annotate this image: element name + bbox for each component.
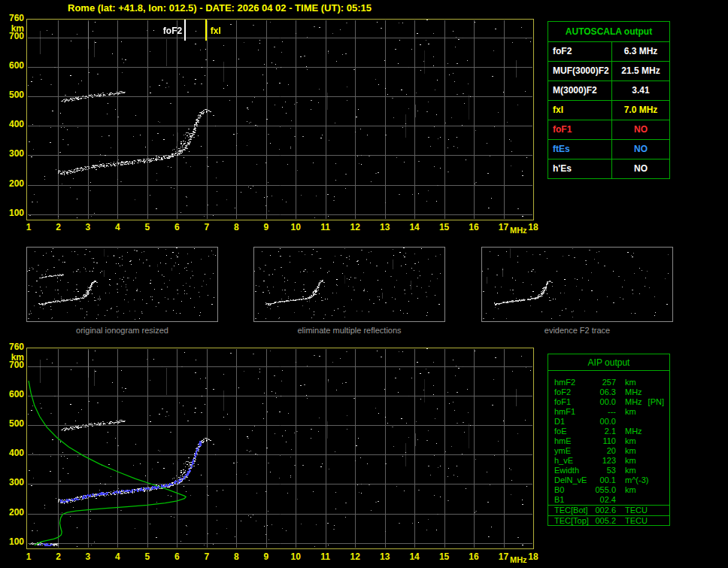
aip-param-name: Ewidth xyxy=(554,466,593,475)
x-axis-unit-label: MHz xyxy=(510,226,527,235)
aip-param-value: 055.0 xyxy=(593,485,616,495)
x-axis-tick-label: 17 xyxy=(499,223,508,232)
autoscala-param-label: foF1 xyxy=(548,120,611,139)
x-axis-tick-label: 6 xyxy=(174,223,180,232)
aip-param-name: hmF2 xyxy=(554,378,593,387)
autoscala-param-label: h'Es xyxy=(548,159,611,178)
aip-tec-value: 005.2 xyxy=(593,516,616,525)
y-axis-tick-label: 400 xyxy=(2,120,24,129)
y-axis-tick-label: 760 xyxy=(2,14,24,23)
aip-row-ymE: ymE20km xyxy=(548,446,669,456)
y-axis-tick-label: 600 xyxy=(2,61,24,71)
x-axis-tick-label: 13 xyxy=(380,552,390,562)
autoscala-param-label: ftEs xyxy=(548,140,611,159)
autoscala-output-table: AUTOSCALA output foF26.3 MHzMUF(3000)F22… xyxy=(548,21,670,179)
autoscala-row-h'Es: h'EsNO xyxy=(548,159,669,178)
x-axis-tick-label: 10 xyxy=(291,552,301,562)
x-axis-tick-label: 9 xyxy=(263,552,268,562)
aip-row-foF2: foF206.3MHz xyxy=(548,387,669,397)
x-axis-tick-label: 15 xyxy=(439,552,449,562)
y-axis-tick-label: 500 xyxy=(2,419,24,429)
x-axis-tick-label: 1 xyxy=(26,223,32,232)
x-axis-tick-label: 10 xyxy=(291,223,301,232)
x-axis-tick-label: 18 xyxy=(528,223,538,232)
aip-tec-unit: TECU xyxy=(616,516,648,525)
aip-param-name: h_vE xyxy=(554,456,593,466)
aip-tec-rows: TEC[Bot]002.6TECUTEC[Top]005.2TECU xyxy=(548,506,669,525)
aip-row-DelN_vE: DelN_vE00.1m^(-3) xyxy=(548,475,669,485)
y-axis-tick-label: 600 xyxy=(2,390,24,399)
autoscala-param-label: foF2 xyxy=(548,42,611,61)
aip-tec-name: TEC[Bot] xyxy=(554,506,593,515)
autoscala-table-title: AUTOSCALA output xyxy=(548,22,669,41)
aip-param-name: hmF1 xyxy=(554,407,593,417)
autoscala-row-fxI: fxI7.0 MHz xyxy=(548,100,669,120)
aip-row-h_vE: h_vE123km xyxy=(548,456,669,466)
aip-tec-row-TEC[Top]: TEC[Top]005.2TECU xyxy=(548,515,669,525)
aip-param-unit: km xyxy=(616,407,636,417)
aip-param-value: 00.0 xyxy=(593,417,616,427)
thumbnail-eliminate-multiples xyxy=(253,247,445,322)
autoscala-param-value: 21.5 MHz xyxy=(611,62,669,80)
y-axis-tick-label: 500 xyxy=(2,90,24,100)
aip-table-title: AIP output xyxy=(548,354,669,371)
aip-param-value: 00.0 xyxy=(593,397,616,407)
aip-param-name: ymE xyxy=(554,446,593,456)
aip-param-unit: km xyxy=(616,436,636,446)
ionogram-plot-bottom xyxy=(26,348,534,549)
aip-param-unit: m^(-3) xyxy=(616,475,648,485)
x-axis-tick-label: 12 xyxy=(350,552,359,562)
autoscala-param-value: 7.0 MHz xyxy=(611,101,669,120)
aip-row-hmF2: hmF2257km xyxy=(548,378,669,387)
autoscala-param-value: NO xyxy=(611,140,669,159)
station-date-header: Rome (lat: +41.8, lon: 012.5) - DATE: 20… xyxy=(68,2,372,14)
autoscala-row-foF2: foF26.3 MHz xyxy=(548,41,669,61)
aip-param-name: foE xyxy=(554,427,593,436)
x-axis-tick-label: 5 xyxy=(145,223,150,232)
aip-param-value: 110 xyxy=(593,436,616,446)
aip-row-B1: B102.4 xyxy=(548,495,669,505)
y-axis-tick-label: 760 xyxy=(2,342,24,352)
ionogram-plot-top xyxy=(26,19,534,220)
critical-frequency-marker-line-foF2 xyxy=(184,20,186,41)
aip-param-value: 257 xyxy=(593,378,616,387)
aip-param-value: 06.3 xyxy=(593,387,616,397)
aip-param-name: D1 xyxy=(554,417,593,427)
autoscala-param-label: MUF(3000)F2 xyxy=(548,62,611,80)
x-axis-tick-label: 13 xyxy=(380,223,390,232)
aip-output-table: AIP output hmF2257kmfoF206.3MHzfoF100.0M… xyxy=(548,354,670,526)
x-axis-tick-label: 7 xyxy=(204,223,209,232)
aip-param-unit: km xyxy=(616,466,636,475)
y-axis-tick-label: 200 xyxy=(2,508,24,518)
y-axis-tick-label: 700 xyxy=(2,32,24,41)
aip-param-note: [PN] xyxy=(642,397,664,407)
x-axis-tick-label: 16 xyxy=(469,223,478,232)
x-axis-tick-label: 3 xyxy=(86,552,91,562)
thumbnail-caption-evidence-f2: evidence F2 trace xyxy=(481,326,673,335)
thumbnail-canvas-original xyxy=(27,248,217,321)
aip-tec-unit: TECU xyxy=(616,506,648,515)
thumbnail-canvas-eliminate-multiples xyxy=(254,248,444,321)
y-axis-tick-label: 400 xyxy=(2,448,24,458)
x-axis-tick-label: 16 xyxy=(469,552,478,562)
x-axis-tick-label: 12 xyxy=(350,223,359,232)
aip-param-unit: km xyxy=(616,446,636,456)
aip-tec-row-TEC[Bot]: TEC[Bot]002.6TECU xyxy=(548,506,669,515)
aip-param-unit: MHz xyxy=(616,427,642,436)
aip-row-hmF1: hmF1---km xyxy=(548,407,669,417)
aip-row-hmE: hmE110km xyxy=(548,436,669,446)
aip-param-value: 02.4 xyxy=(593,495,616,505)
thumbnail-canvas-evidence-f2 xyxy=(482,248,672,321)
x-axis-unit-label: MHz xyxy=(510,555,527,564)
aip-param-value: 20 xyxy=(593,446,616,456)
x-axis-tick-label: 8 xyxy=(234,552,239,562)
aip-row-foF1: foF100.0MHz[PN] xyxy=(548,397,669,407)
thumbnail-evidence-f2-trace xyxy=(481,247,673,322)
x-axis-tick-label: 2 xyxy=(56,552,61,562)
autoscala-param-label: M(3000)F2 xyxy=(548,81,611,100)
x-axis-tick-label: 3 xyxy=(86,223,91,232)
x-axis-tick-label: 15 xyxy=(439,223,449,232)
y-axis-tick-label: 200 xyxy=(2,179,24,189)
autoscala-param-label: fxI xyxy=(548,101,611,120)
x-axis-tick-label: 4 xyxy=(115,223,120,232)
